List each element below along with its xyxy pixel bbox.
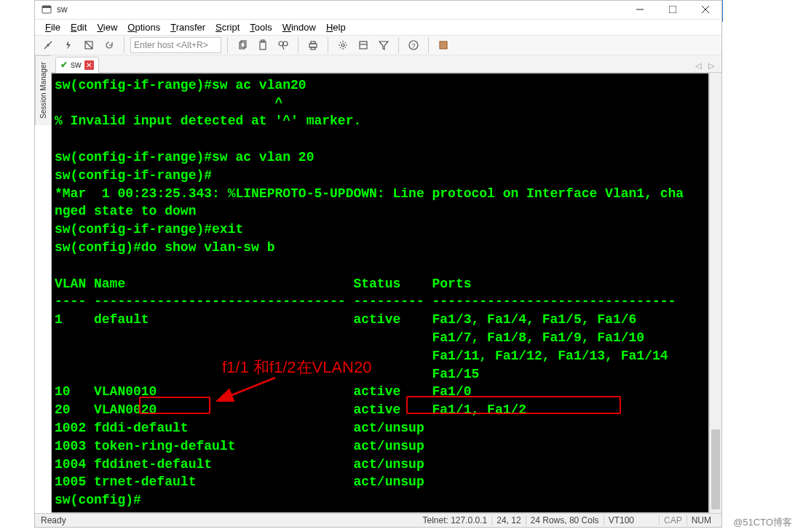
- app-icon: [41, 4, 52, 15]
- print-icon[interactable]: [304, 36, 322, 54]
- tab-sw[interactable]: ✔ sw ✕: [55, 57, 99, 73]
- app-window: sw FileEditViewOptionsTransferScriptTool…: [34, 0, 722, 528]
- copy-icon[interactable]: [234, 36, 251, 54]
- separator: [428, 37, 429, 53]
- extra-tool-icon[interactable]: [435, 36, 452, 54]
- svg-point-18: [341, 44, 344, 47]
- svg-rect-23: [440, 41, 447, 49]
- tab-label: sw: [71, 60, 82, 70]
- svg-rect-1: [42, 6, 51, 8]
- filter-icon[interactable]: [375, 36, 392, 54]
- close-button[interactable]: [689, 1, 721, 19]
- maximize-button[interactable]: [656, 1, 689, 19]
- svg-rect-10: [260, 41, 266, 49]
- separator: [398, 37, 399, 53]
- session-manager-handle[interactable]: Session Manager: [35, 55, 51, 125]
- scrollbar-thumb[interactable]: [711, 429, 720, 509]
- separator: [124, 37, 124, 53]
- status-connection: Telnet: 127.0.0.1: [418, 515, 491, 525]
- menu-transfer[interactable]: Transfer: [166, 20, 210, 35]
- svg-text:?: ?: [411, 42, 415, 49]
- settings-icon[interactable]: [334, 36, 352, 54]
- tabbar-area: Session Manager ✔ sw ✕ ◁ ▷ sw(config-if-…: [35, 55, 721, 513]
- menu-window[interactable]: Window: [278, 20, 320, 35]
- tab-prev-icon[interactable]: ◁: [692, 60, 704, 72]
- status-bar: Ready Telnet: 127.0.0.1 24, 12 24 Rows, …: [35, 513, 721, 527]
- terminal-wrap: sw(config-if-range)#sw ac vlan20 ^ % Inv…: [35, 73, 721, 513]
- connected-check-icon: ✔: [60, 60, 68, 70]
- minimize-button[interactable]: [623, 1, 656, 19]
- separator: [227, 37, 228, 53]
- menu-script[interactable]: Script: [211, 20, 244, 35]
- host-input[interactable]: Enter host <Alt+R>: [130, 37, 221, 53]
- window-title: sw: [57, 4, 623, 15]
- connect-icon[interactable]: [39, 36, 57, 54]
- svg-rect-19: [360, 41, 367, 49]
- paste-icon[interactable]: [254, 36, 272, 54]
- vertical-scrollbar[interactable]: [709, 73, 721, 513]
- title-bar[interactable]: sw: [35, 1, 721, 20]
- svg-rect-15: [309, 44, 317, 47]
- help-icon[interactable]: ?: [405, 36, 422, 54]
- tab-next-icon[interactable]: ▷: [705, 60, 717, 72]
- quick-connect-icon[interactable]: [60, 36, 77, 54]
- svg-line-14: [282, 46, 284, 49]
- status-num: NUM: [687, 515, 716, 525]
- separator: [328, 37, 328, 53]
- status-cursor-pos: 24, 12: [491, 515, 525, 525]
- separator: [298, 37, 298, 53]
- watermark: @51CTO博客: [733, 516, 792, 529]
- host-placeholder: Enter host <Alt+R>: [134, 40, 208, 50]
- disconnect-icon[interactable]: [80, 36, 98, 54]
- tab-close-icon[interactable]: ✕: [84, 60, 94, 70]
- session-options-icon[interactable]: [355, 36, 372, 54]
- svg-rect-16: [311, 41, 315, 44]
- svg-rect-3: [669, 6, 676, 13]
- svg-line-7: [85, 41, 92, 49]
- status-caps: CAP: [659, 515, 687, 525]
- svg-rect-8: [240, 42, 245, 49]
- tab-bar: ✔ sw ✕ ◁ ▷: [35, 55, 721, 73]
- menu-file[interactable]: File: [41, 20, 65, 35]
- menu-help[interactable]: Help: [322, 20, 350, 35]
- status-size: 24 Rows, 80 Cols: [526, 515, 604, 525]
- window-controls: [623, 1, 721, 19]
- toolbar: Enter host <Alt+R> ?: [35, 35, 721, 55]
- menu-tools[interactable]: Tools: [245, 20, 276, 35]
- status-ready: Ready: [41, 515, 66, 525]
- svg-point-12: [279, 41, 283, 46]
- reconnect-icon[interactable]: [100, 36, 118, 54]
- menu-options[interactable]: Options: [123, 20, 165, 35]
- scrollbar-track[interactable]: [710, 73, 721, 513]
- terminal[interactable]: sw(config-if-range)#sw ac vlan20 ^ % Inv…: [51, 73, 709, 513]
- menu-bar: FileEditViewOptionsTransferScriptToolsWi…: [35, 20, 721, 35]
- menu-view[interactable]: View: [92, 20, 122, 35]
- svg-point-13: [283, 41, 288, 46]
- svg-rect-9: [241, 41, 246, 47]
- find-icon[interactable]: [274, 36, 292, 54]
- status-emulation: VT100: [604, 515, 638, 525]
- tab-nav-arrows: ◁ ▷: [692, 60, 721, 72]
- menu-edit[interactable]: Edit: [66, 20, 91, 35]
- svg-rect-17: [311, 47, 315, 49]
